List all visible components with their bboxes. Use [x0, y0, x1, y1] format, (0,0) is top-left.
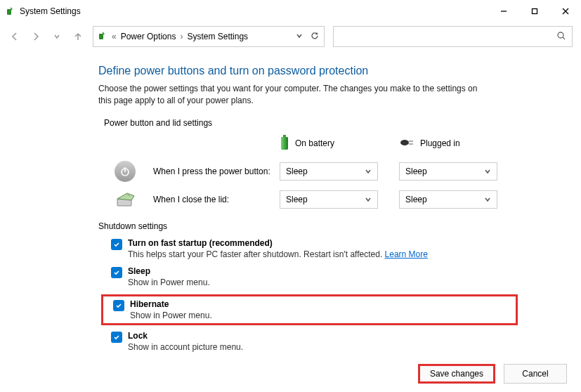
hibernate-desc: Show in Power menu.	[130, 311, 212, 320]
chevron-down-icon	[365, 196, 372, 203]
chevron-down-icon[interactable]	[296, 32, 303, 41]
breadcrumb-prefix: «	[112, 32, 117, 41]
hibernate-checkbox[interactable]	[113, 300, 124, 311]
chevron-down-icon	[365, 168, 372, 175]
power-button-icon	[111, 161, 139, 182]
lock-option: Lock Show in account picture menu.	[111, 331, 546, 352]
save-button[interactable]: Save changes	[418, 364, 495, 384]
plug-icon	[399, 138, 414, 150]
cancel-button[interactable]: Cancel	[504, 364, 567, 384]
svg-line-7	[563, 37, 565, 39]
maximize-button[interactable]	[519, 0, 550, 22]
content-area: Define power buttons and turn on passwor…	[0, 51, 581, 352]
svg-rect-8	[283, 135, 286, 137]
sleep-desc: Show in Power menu.	[128, 277, 210, 287]
forward-button[interactable]	[30, 30, 42, 43]
refresh-button[interactable]	[310, 31, 320, 43]
sleep-checkbox[interactable]	[111, 267, 122, 278]
power-button-plugged-select[interactable]: Sleep	[399, 162, 497, 181]
sleep-title: Sleep	[128, 266, 210, 276]
page-title: Define power buttons and turn on passwor…	[98, 65, 546, 77]
minimize-button[interactable]	[488, 0, 519, 22]
up-button[interactable]	[72, 30, 84, 43]
svg-rect-2	[533, 9, 537, 14]
breadcrumb[interactable]: « Power Options › System Settings	[93, 26, 325, 47]
lid-icon	[111, 192, 139, 207]
sleep-option: Sleep Show in Power menu.	[111, 266, 546, 287]
search-icon	[556, 31, 566, 43]
fast-startup-option: Turn on fast startup (recommended) This …	[111, 238, 546, 259]
power-button-battery-select[interactable]: Sleep	[280, 162, 378, 181]
breadcrumb-separator: ›	[180, 32, 183, 41]
fast-startup-checkbox[interactable]	[111, 239, 122, 250]
lid-battery-select[interactable]: Sleep	[280, 190, 378, 209]
breadcrumb-system-settings[interactable]: System Settings	[187, 32, 248, 41]
fast-startup-desc: This helps start your PC faster after sh…	[128, 249, 428, 259]
power-settings-grid: On battery Plugged in When I press the p…	[111, 135, 546, 209]
section-power-buttons-label: Power button and lid settings	[104, 118, 546, 128]
learn-more-link[interactable]: Learn More	[385, 249, 428, 259]
breadcrumb-power-options[interactable]: Power Options	[121, 32, 176, 41]
footer-actions: Save changes Cancel	[418, 364, 567, 384]
column-plugged-in: Plugged in	[399, 138, 504, 150]
power-button-label: When I press the power button:	[153, 166, 280, 176]
battery-icon	[280, 135, 289, 152]
hibernate-title: Hibernate	[130, 299, 212, 309]
lid-plugged-select[interactable]: Sleep	[399, 190, 497, 209]
lock-desc: Show in account picture menu.	[128, 342, 243, 352]
svg-point-11	[400, 140, 409, 145]
column-on-battery: On battery	[280, 135, 385, 152]
app-icon	[6, 6, 15, 16]
lock-title: Lock	[128, 331, 243, 341]
toolbar: « Power Options › System Settings	[0, 22, 581, 51]
back-button[interactable]	[8, 30, 21, 43]
fast-startup-title: Turn on fast startup (recommended)	[128, 238, 428, 248]
window-title: System Settings	[20, 6, 488, 16]
hibernate-highlight: Hibernate Show in Power menu.	[101, 294, 518, 325]
recent-dropdown[interactable]	[51, 30, 63, 43]
energy-icon	[98, 31, 107, 43]
chevron-down-icon	[484, 168, 491, 175]
titlebar: System Settings	[0, 0, 581, 22]
page-description: Choose the power settings that you want …	[98, 83, 492, 107]
lid-close-label: When I close the lid:	[153, 195, 280, 204]
svg-rect-10	[281, 137, 288, 150]
chevron-down-icon	[484, 196, 491, 203]
close-button[interactable]	[550, 0, 581, 22]
lock-checkbox[interactable]	[111, 332, 122, 343]
search-input[interactable]	[333, 26, 573, 47]
svg-point-6	[558, 32, 563, 38]
hibernate-option: Hibernate Show in Power menu.	[113, 299, 513, 320]
section-shutdown-label: Shutdown settings	[98, 221, 546, 231]
